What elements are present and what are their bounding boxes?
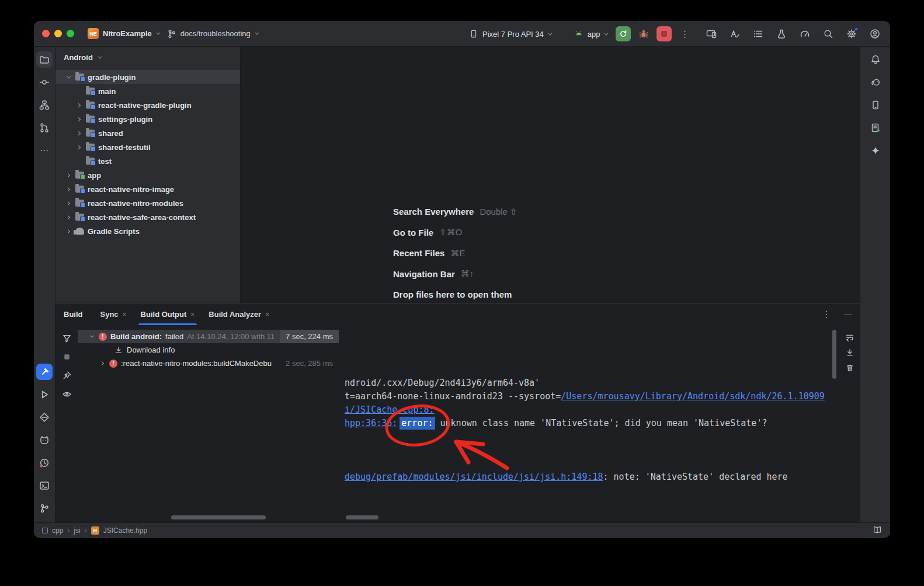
file-link[interactable]: hpp:36:36: [345,418,397,428]
tree-item-react-native-nitro-modules[interactable]: react-native-nitro-modules [55,196,240,210]
tree-item-settings-plugin[interactable]: settings-plugin [55,112,240,126]
close-icon[interactable]: × [265,311,269,319]
breadcrumb-file[interactable]: JSICache.hpp [103,526,147,535]
zoom-window-button[interactable] [67,30,74,37]
tree-item-react-native-nitro-image[interactable]: react-native-nitro-image [55,182,240,196]
file-link[interactable]: debug/prefab/modules/jsi/include/jsi/jsi… [345,472,603,482]
inspect-button[interactable] [60,387,74,401]
tests-button[interactable] [773,26,790,42]
chevron-right-icon[interactable] [76,103,80,107]
more-tool-windows-button[interactable]: ⋯ [36,142,53,159]
chevron-right-icon[interactable] [65,229,70,233]
run-config-selector[interactable]: app [570,27,612,41]
minimize-window-button[interactable] [54,30,62,37]
chevron-down-icon[interactable] [67,74,71,78]
reader-book-icon[interactable] [873,525,882,535]
rerun-button[interactable] [616,26,631,41]
profile-button[interactable] [867,26,883,42]
pull-requests-tool-button[interactable] [36,120,53,136]
tree-item-shared-testutil[interactable]: shared-testutil [55,140,240,154]
notifications-button[interactable] [867,51,884,68]
logcat-tool-button[interactable] [36,432,53,448]
tree-item-react-native-gradle-plugin[interactable]: react-native-gradle-plugin [55,98,240,112]
translate-button[interactable] [727,26,743,42]
build-output-body: Build android: failed At 14.10.24, 12:00… [55,325,860,522]
build-root-row[interactable]: Build android: failed At 14.10.24, 12:00… [78,330,339,343]
debug-button[interactable] [635,26,652,42]
tab-build-analyzer[interactable]: Build Analyzer × [202,304,276,325]
file-link[interactable]: /Users/mrousavy/Library/Android/sdk/ndk/… [561,391,825,402]
chevron-right-icon[interactable] [65,215,70,219]
tab-build-output[interactable]: Build Output × [134,304,202,325]
avatar-icon [870,29,880,39]
chevron-right-icon[interactable] [99,361,103,365]
stop-button[interactable] [656,26,672,41]
search-everywhere-button[interactable] [820,26,836,42]
device-manager-button[interactable] [867,97,884,113]
project-view-selector[interactable]: Android [55,47,240,68]
app-insights-tool-button[interactable] [36,409,53,425]
commit-icon [39,77,50,88]
chevron-right-icon[interactable] [76,145,80,149]
shortcut-keys: ⌘↑ [461,268,474,279]
clear-all-button[interactable] [843,361,856,374]
horizontal-scrollbar-thumb[interactable] [171,515,266,519]
soft-wrap-button[interactable] [843,331,856,344]
gradle-tool-button[interactable] [867,74,884,90]
chevron-right-icon[interactable] [76,117,80,121]
horizontal-scrollbar-thumb[interactable] [346,515,378,519]
scroll-to-end-button[interactable] [843,346,856,359]
breadcrumb-cpp[interactable]: cpp [52,526,63,535]
branch-widget[interactable]: docs/troubleshooting [163,27,262,41]
editor-area[interactable]: Search Everywhere Double ⇧ Go to File ⇧⌘… [241,47,860,303]
filter-button[interactable] [60,331,74,345]
chevron-right-icon[interactable] [65,201,70,205]
tree-item-shared[interactable]: shared [55,126,240,140]
breadcrumb-jsi[interactable]: jsi [74,526,80,535]
run-tool-button[interactable] [36,386,53,403]
project-widget[interactable]: NE NitroExample [84,26,163,41]
close-icon[interactable]: × [190,311,194,319]
build-console[interactable]: ndroid/.cxx/Debug/2nd4i3y6/arm64-v8a' t=… [339,325,840,522]
tree-item-gradle-plugin[interactable]: gradle-plugin [55,70,240,84]
version-control-tool-button[interactable] [36,500,53,517]
chevron-right-icon[interactable] [65,187,70,191]
task-list-icon [753,29,763,39]
build-tool-button[interactable] [36,364,53,380]
chevron-right-icon[interactable] [65,173,70,177]
tree-item-main[interactable]: main [55,84,240,98]
close-icon[interactable]: × [123,311,127,319]
pin-button[interactable] [60,368,74,382]
app-quality-insights-button[interactable] [867,120,884,136]
project-tool-button[interactable] [36,51,53,68]
module-icon [86,130,95,137]
tree-item-app[interactable]: app [55,168,240,182]
profiler-tool-button[interactable] [36,455,53,471]
task-list-button[interactable] [750,26,766,42]
device-selector[interactable]: Pixel 7 Pro API 34 [465,27,555,41]
chevron-down-icon[interactable] [90,334,94,338]
tree-item-test[interactable]: test [55,154,240,168]
hide-panel-button[interactable]: — [844,310,852,319]
chevron-right-icon[interactable] [76,131,80,135]
tree-item-react-native-safe-area-context[interactable]: react-native-safe-area-context [55,210,240,224]
console-text: : note: 'NativeState' declared here [603,472,788,482]
profiler-button[interactable] [797,26,813,42]
module-icon [86,144,95,151]
commit-tool-button[interactable] [36,74,53,90]
build-task-row[interactable]: :react-native-nitro-modules:buildCMakeDe… [78,357,339,370]
stop-output-button[interactable] [60,350,74,364]
panel-options-button[interactable]: ⋮ [818,309,835,320]
vertical-scrollbar-thumb[interactable] [832,330,836,379]
file-link[interactable]: i/JSICache.cpp:8: [345,404,435,415]
settings-button[interactable] [843,26,860,42]
close-window-button[interactable] [42,30,50,37]
gemini-assistant-button[interactable] [867,142,884,159]
more-actions-button[interactable]: ⋮ [676,29,693,40]
tab-sync[interactable]: Sync × [93,304,134,325]
structure-tool-button[interactable] [36,97,53,113]
tree-item-gradle-scripts[interactable]: Gradle Scripts [55,224,240,238]
build-download-info-row[interactable]: Download info [78,343,339,357]
terminal-tool-button[interactable] [36,477,53,494]
running-devices-button[interactable] [703,26,720,42]
